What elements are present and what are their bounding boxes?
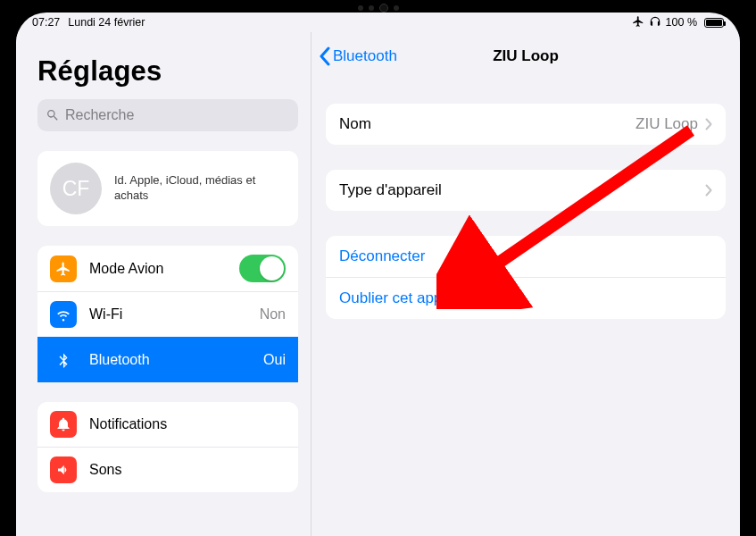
bluetooth-icon	[50, 347, 77, 373]
sidebar-item-label: Wi-Fi	[89, 306, 260, 322]
disconnect-button[interactable]: Déconnecter	[326, 236, 726, 277]
status-bar: 07:27 Lundi 24 février 100 %	[16, 13, 740, 32]
battery-percent: 100 %	[666, 16, 697, 29]
settings-sidebar: Réglages Recherche CF Id. Apple, iCloud,…	[16, 32, 311, 536]
sidebar-item-airplane-mode[interactable]: Mode Avion	[37, 246, 298, 291]
search-icon	[46, 108, 60, 122]
sidebar-item-label: Mode Avion	[89, 261, 239, 277]
detail-pane: Bluetooth ZIU Loop Nom ZIU Loop	[311, 32, 740, 536]
page-title: Réglages	[37, 55, 298, 88]
headphones-icon	[649, 15, 661, 30]
forget-device-button[interactable]: Oublier cet appareil	[326, 277, 726, 319]
chevron-left-icon	[319, 46, 330, 66]
wifi-status: Non	[260, 306, 286, 322]
apple-id-card[interactable]: CF Id. Apple, iCloud, médias et achats	[37, 151, 298, 226]
apple-id-subtitle: Id. Apple, iCloud, médias et achats	[114, 173, 286, 204]
sidebar-item-bluetooth[interactable]: Bluetooth Oui	[37, 337, 298, 382]
avatar: CF	[50, 163, 102, 214]
sidebar-item-sounds[interactable]: Sons	[37, 447, 298, 492]
airplane-icon	[50, 255, 77, 282]
device-sensor-notch	[358, 4, 399, 13]
sidebar-item-label: Notifications	[89, 416, 286, 432]
chevron-right-icon	[705, 118, 712, 130]
back-label: Bluetooth	[333, 47, 397, 65]
bluetooth-status: Oui	[263, 352, 286, 368]
detail-title: ZIU Loop	[493, 47, 559, 65]
name-label: Nom	[339, 115, 636, 133]
battery-icon	[702, 18, 724, 28]
chevron-right-icon	[705, 184, 712, 197]
search-placeholder: Recherche	[65, 107, 134, 123]
device-name-row[interactable]: Nom ZIU Loop	[326, 104, 726, 145]
name-value: ZIU Loop	[636, 115, 698, 133]
back-button[interactable]: Bluetooth	[319, 46, 397, 66]
sidebar-item-label: Bluetooth	[89, 352, 263, 368]
status-date: Lundi 24 février	[68, 16, 145, 29]
device-type-row[interactable]: Type d'appareil	[326, 170, 726, 211]
notifications-icon	[50, 411, 77, 438]
sounds-icon	[50, 456, 77, 483]
airplane-mode-icon	[632, 15, 644, 30]
airplane-mode-toggle[interactable]	[239, 255, 286, 282]
wifi-icon	[50, 301, 77, 328]
type-label: Type d'appareil	[339, 181, 705, 199]
sidebar-item-wifi[interactable]: Wi-Fi Non	[37, 291, 298, 337]
sidebar-item-label: Sons	[89, 462, 286, 478]
search-input[interactable]: Recherche	[37, 99, 298, 131]
status-time: 07:27	[32, 16, 60, 29]
sidebar-item-notifications[interactable]: Notifications	[37, 402, 298, 447]
